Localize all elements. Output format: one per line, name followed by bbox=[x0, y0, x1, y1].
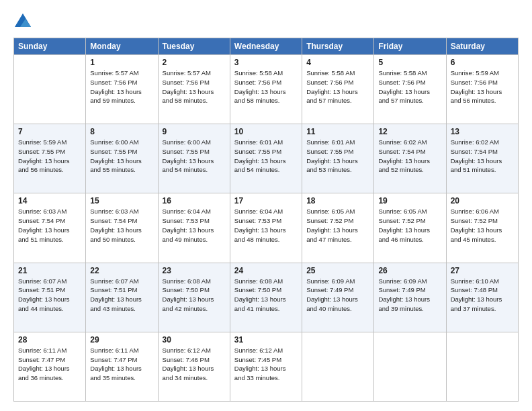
day-number: 13 bbox=[451, 127, 514, 136]
day-number: 14 bbox=[18, 196, 81, 205]
day-info: Sunrise: 6:11 AMSunset: 7:47 PMDaylight:… bbox=[18, 346, 81, 383]
day-of-week-header: Monday bbox=[86, 38, 158, 55]
calendar-cell: 25Sunrise: 6:09 AMSunset: 7:49 PMDayligh… bbox=[302, 263, 374, 332]
calendar-cell: 11Sunrise: 6:01 AMSunset: 7:55 PMDayligh… bbox=[302, 124, 374, 193]
day-info: Sunrise: 6:02 AMSunset: 7:54 PMDaylight:… bbox=[378, 138, 441, 175]
calendar-cell: 7Sunrise: 5:59 AMSunset: 7:55 PMDaylight… bbox=[14, 124, 86, 193]
calendar-cell: 9Sunrise: 6:00 AMSunset: 7:55 PMDaylight… bbox=[158, 124, 230, 193]
day-info: Sunrise: 6:09 AMSunset: 7:49 PMDaylight:… bbox=[306, 277, 369, 314]
calendar-cell: 16Sunrise: 6:04 AMSunset: 7:53 PMDayligh… bbox=[158, 193, 230, 263]
day-info: Sunrise: 5:58 AMSunset: 7:56 PMDaylight:… bbox=[234, 68, 298, 105]
day-info: Sunrise: 6:10 AMSunset: 7:48 PMDaylight:… bbox=[451, 277, 514, 314]
day-number: 12 bbox=[378, 127, 441, 136]
calendar-week-row: 1Sunrise: 5:57 AMSunset: 7:56 PMDaylight… bbox=[14, 55, 519, 124]
logo-icon bbox=[13, 12, 32, 31]
calendar-cell: 4Sunrise: 5:58 AMSunset: 7:56 PMDaylight… bbox=[302, 55, 374, 124]
day-number: 29 bbox=[90, 335, 153, 345]
day-number: 7 bbox=[18, 127, 81, 136]
calendar-cell: 5Sunrise: 5:58 AMSunset: 7:56 PMDaylight… bbox=[374, 55, 446, 124]
day-number: 18 bbox=[306, 196, 369, 205]
calendar-cell: 29Sunrise: 6:11 AMSunset: 7:47 PMDayligh… bbox=[86, 332, 158, 401]
calendar-cell: 8Sunrise: 6:00 AMSunset: 7:55 PMDaylight… bbox=[86, 124, 158, 193]
day-number: 23 bbox=[163, 266, 226, 275]
calendar-cell: 19Sunrise: 6:05 AMSunset: 7:52 PMDayligh… bbox=[374, 193, 446, 263]
day-number: 19 bbox=[378, 196, 441, 205]
calendar-cell: 22Sunrise: 6:07 AMSunset: 7:51 PMDayligh… bbox=[86, 263, 158, 332]
calendar-cell: 13Sunrise: 6:02 AMSunset: 7:54 PMDayligh… bbox=[446, 124, 518, 193]
day-number: 28 bbox=[18, 335, 81, 345]
calendar-cell: 18Sunrise: 6:05 AMSunset: 7:52 PMDayligh… bbox=[302, 193, 374, 263]
logo bbox=[13, 12, 35, 31]
day-number: 22 bbox=[90, 266, 153, 275]
calendar-cell: 23Sunrise: 6:08 AMSunset: 7:50 PMDayligh… bbox=[158, 263, 230, 332]
day-info: Sunrise: 6:05 AMSunset: 7:52 PMDaylight:… bbox=[378, 207, 441, 244]
day-number: 6 bbox=[451, 58, 514, 67]
day-number: 20 bbox=[451, 196, 514, 205]
day-info: Sunrise: 6:02 AMSunset: 7:54 PMDaylight:… bbox=[451, 138, 514, 175]
day-number: 2 bbox=[163, 58, 226, 67]
calendar-week-row: 21Sunrise: 6:07 AMSunset: 7:51 PMDayligh… bbox=[14, 263, 519, 332]
day-info: Sunrise: 6:12 AMSunset: 7:46 PMDaylight:… bbox=[163, 346, 226, 383]
day-number: 26 bbox=[378, 266, 441, 275]
day-number: 16 bbox=[163, 196, 226, 205]
day-of-week-header: Tuesday bbox=[158, 38, 230, 55]
calendar-cell: 20Sunrise: 6:06 AMSunset: 7:52 PMDayligh… bbox=[446, 193, 518, 263]
day-number: 30 bbox=[163, 335, 226, 345]
day-info: Sunrise: 6:08 AMSunset: 7:50 PMDaylight:… bbox=[163, 277, 226, 314]
calendar-cell: 24Sunrise: 6:08 AMSunset: 7:50 PMDayligh… bbox=[230, 263, 302, 332]
calendar-week-row: 28Sunrise: 6:11 AMSunset: 7:47 PMDayligh… bbox=[14, 332, 519, 401]
day-info: Sunrise: 6:01 AMSunset: 7:55 PMDaylight:… bbox=[234, 138, 298, 175]
calendar-cell: 17Sunrise: 6:04 AMSunset: 7:53 PMDayligh… bbox=[230, 193, 302, 263]
day-number: 10 bbox=[234, 127, 298, 136]
day-number: 27 bbox=[451, 266, 514, 275]
day-of-week-header: Sunday bbox=[14, 38, 86, 55]
day-number: 21 bbox=[18, 266, 81, 275]
day-info: Sunrise: 6:06 AMSunset: 7:52 PMDaylight:… bbox=[451, 207, 514, 244]
calendar-cell: 28Sunrise: 6:11 AMSunset: 7:47 PMDayligh… bbox=[14, 332, 86, 401]
day-of-week-header: Wednesday bbox=[230, 38, 302, 55]
calendar-cell: 12Sunrise: 6:02 AMSunset: 7:54 PMDayligh… bbox=[374, 124, 446, 193]
day-info: Sunrise: 5:57 AMSunset: 7:56 PMDaylight:… bbox=[163, 68, 226, 105]
calendar-cell: 14Sunrise: 6:03 AMSunset: 7:54 PMDayligh… bbox=[14, 193, 86, 263]
day-info: Sunrise: 6:07 AMSunset: 7:51 PMDaylight:… bbox=[18, 277, 81, 314]
day-number: 15 bbox=[90, 196, 153, 205]
calendar-cell: 15Sunrise: 6:03 AMSunset: 7:54 PMDayligh… bbox=[86, 193, 158, 263]
day-info: Sunrise: 6:03 AMSunset: 7:54 PMDaylight:… bbox=[90, 207, 153, 244]
day-number: 4 bbox=[306, 58, 369, 67]
calendar-week-row: 14Sunrise: 6:03 AMSunset: 7:54 PMDayligh… bbox=[14, 193, 519, 263]
calendar-cell: 6Sunrise: 5:59 AMSunset: 7:56 PMDaylight… bbox=[446, 55, 518, 124]
day-number: 5 bbox=[378, 58, 441, 67]
day-info: Sunrise: 6:04 AMSunset: 7:53 PMDaylight:… bbox=[163, 207, 226, 244]
calendar-cell: 31Sunrise: 6:12 AMSunset: 7:45 PMDayligh… bbox=[230, 332, 302, 401]
day-number: 31 bbox=[234, 335, 298, 345]
calendar-cell bbox=[374, 332, 446, 401]
day-number: 11 bbox=[306, 127, 369, 136]
day-info: Sunrise: 5:59 AMSunset: 7:55 PMDaylight:… bbox=[18, 138, 81, 175]
calendar-cell bbox=[446, 332, 518, 401]
day-of-week-header: Thursday bbox=[302, 38, 374, 55]
header-row: SundayMondayTuesdayWednesdayThursdayFrid… bbox=[14, 38, 519, 55]
calendar-cell: 2Sunrise: 5:57 AMSunset: 7:56 PMDaylight… bbox=[158, 55, 230, 124]
calendar-cell: 27Sunrise: 6:10 AMSunset: 7:48 PMDayligh… bbox=[446, 263, 518, 332]
day-info: Sunrise: 6:09 AMSunset: 7:49 PMDaylight:… bbox=[378, 277, 441, 314]
day-info: Sunrise: 6:01 AMSunset: 7:55 PMDaylight:… bbox=[306, 138, 369, 175]
day-number: 17 bbox=[234, 196, 298, 205]
day-number: 3 bbox=[234, 58, 298, 67]
calendar-cell: 21Sunrise: 6:07 AMSunset: 7:51 PMDayligh… bbox=[14, 263, 86, 332]
calendar-cell bbox=[302, 332, 374, 401]
day-number: 25 bbox=[306, 266, 369, 275]
day-info: Sunrise: 6:03 AMSunset: 7:54 PMDaylight:… bbox=[18, 207, 81, 244]
calendar-week-row: 7Sunrise: 5:59 AMSunset: 7:55 PMDaylight… bbox=[14, 124, 519, 193]
day-info: Sunrise: 5:59 AMSunset: 7:56 PMDaylight:… bbox=[451, 68, 514, 105]
day-info: Sunrise: 6:04 AMSunset: 7:53 PMDaylight:… bbox=[234, 207, 298, 244]
calendar-cell: 26Sunrise: 6:09 AMSunset: 7:49 PMDayligh… bbox=[374, 263, 446, 332]
calendar-cell bbox=[14, 55, 86, 124]
day-info: Sunrise: 5:58 AMSunset: 7:56 PMDaylight:… bbox=[378, 68, 441, 105]
day-info: Sunrise: 5:58 AMSunset: 7:56 PMDaylight:… bbox=[306, 68, 369, 105]
day-info: Sunrise: 5:57 AMSunset: 7:56 PMDaylight:… bbox=[90, 68, 153, 105]
page: SundayMondayTuesdayWednesdayThursdayFrid… bbox=[0, 0, 532, 411]
day-info: Sunrise: 6:05 AMSunset: 7:52 PMDaylight:… bbox=[306, 207, 369, 244]
day-number: 24 bbox=[234, 266, 298, 275]
day-info: Sunrise: 6:00 AMSunset: 7:55 PMDaylight:… bbox=[163, 138, 226, 175]
day-info: Sunrise: 6:07 AMSunset: 7:51 PMDaylight:… bbox=[90, 277, 153, 314]
